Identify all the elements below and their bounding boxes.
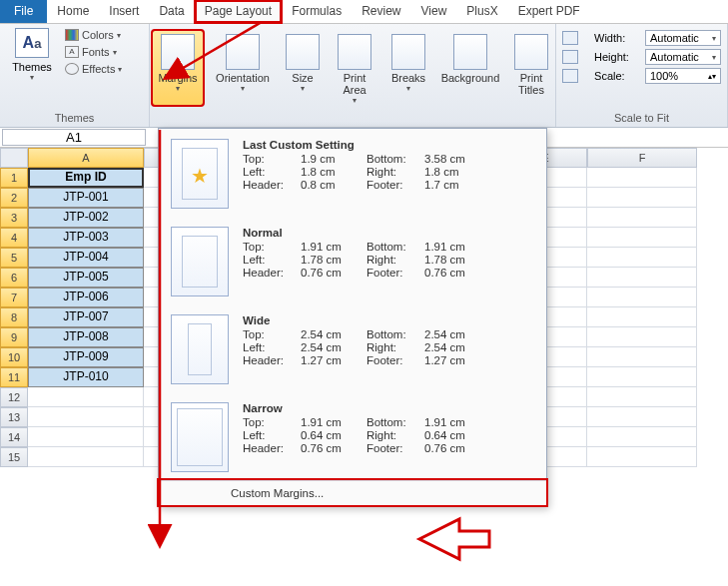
tab-page-layout[interactable]: Page Layout — [195, 0, 282, 23]
tab-home[interactable]: Home — [47, 0, 99, 23]
margins-preset-value: Footer: — [366, 179, 424, 191]
margins-preset-value: Header: — [243, 442, 301, 454]
cell[interactable] — [587, 168, 697, 188]
tab-insert[interactable]: Insert — [99, 0, 149, 23]
width-field[interactable]: Automatic▾ — [645, 30, 721, 46]
themes-button[interactable]: Aa Themes ▾ — [6, 28, 58, 82]
cell[interactable] — [587, 387, 697, 407]
margins-preset-value: Bottom: — [366, 153, 424, 165]
orientation-icon — [226, 34, 260, 70]
select-all-corner[interactable] — [0, 148, 28, 168]
row-header[interactable]: 13 — [0, 407, 28, 427]
margins-preset-value: 1.91 cm — [424, 416, 482, 428]
row-header[interactable]: 10 — [0, 347, 28, 367]
cell[interactable]: JTP-003 — [28, 228, 144, 248]
size-button[interactable]: Size ▾ — [282, 30, 324, 106]
tab-data[interactable]: Data — [149, 0, 194, 23]
cell[interactable]: JTP-008 — [28, 327, 144, 347]
tab-plusx[interactable]: PlusX — [456, 0, 507, 23]
margins-button[interactable]: Margins ▾ — [152, 30, 204, 106]
width-label: Width: — [594, 32, 639, 44]
margins-preset-value: 0.64 cm — [424, 429, 482, 441]
cell[interactable] — [28, 447, 144, 467]
row-header[interactable]: 8 — [0, 307, 28, 327]
cell[interactable] — [587, 307, 697, 327]
tab-view[interactable]: View — [411, 0, 457, 23]
scale-icon — [562, 69, 578, 83]
tab-review[interactable]: Review — [352, 0, 410, 23]
row-header[interactable]: 12 — [0, 387, 28, 407]
row-header[interactable]: 2 — [0, 188, 28, 208]
cell[interactable] — [587, 248, 697, 268]
themes-label: Themes — [12, 61, 52, 73]
row-header[interactable]: 7 — [0, 288, 28, 307]
tab-file[interactable]: File — [0, 0, 47, 23]
cell[interactable]: Emp ID — [28, 168, 144, 188]
print-titles-label: Print Titles — [518, 72, 544, 96]
tab-expert-pdf[interactable]: Expert PDF — [508, 0, 590, 23]
name-box[interactable]: A1 — [2, 129, 146, 146]
breaks-label: Breaks — [391, 72, 425, 84]
cell[interactable] — [587, 188, 697, 208]
margins-preset-value: 1.78 cm — [424, 254, 482, 266]
cell[interactable] — [28, 427, 144, 447]
row-header[interactable]: 5 — [0, 248, 28, 268]
background-label: Background — [441, 72, 500, 84]
margins-preset-value: Top: — [243, 153, 301, 165]
scale-field[interactable]: 100%▴▾ — [645, 68, 721, 84]
col-header-f[interactable]: F — [587, 148, 697, 168]
row-header[interactable]: 9 — [0, 327, 28, 347]
ribbon-tabs: File Home Insert Data Page Layout Formul… — [0, 0, 728, 24]
colors-button[interactable]: Colors▾ — [62, 28, 125, 42]
row-header[interactable]: 3 — [0, 208, 28, 228]
cell[interactable]: JTP-009 — [28, 347, 144, 367]
margins-preset-item[interactable]: Last Custom SettingTop:1.9 cmBottom:3.58… — [159, 129, 546, 217]
row-header[interactable]: 4 — [0, 228, 28, 248]
cell[interactable]: JTP-010 — [28, 367, 144, 387]
height-field[interactable]: Automatic▾ — [645, 49, 721, 65]
cell[interactable] — [587, 208, 697, 228]
cell[interactable] — [587, 327, 697, 347]
cell[interactable]: JTP-001 — [28, 188, 144, 208]
print-area-button[interactable]: Print Area ▾ — [332, 30, 377, 106]
cell[interactable] — [28, 387, 144, 407]
orientation-button[interactable]: Orientation ▾ — [212, 30, 274, 106]
row-header[interactable]: 6 — [0, 268, 28, 288]
margins-preset-item[interactable]: NormalTop:1.91 cmBottom:1.91 cmLeft:1.78… — [159, 217, 546, 304]
cell[interactable] — [587, 367, 697, 387]
row-header[interactable]: 11 — [0, 367, 28, 387]
cell[interactable] — [28, 407, 144, 427]
cell[interactable] — [587, 447, 697, 467]
cell[interactable] — [587, 407, 697, 427]
effects-button[interactable]: Effects▾ — [62, 62, 125, 76]
cell[interactable] — [587, 347, 697, 367]
margins-preset-value: Bottom: — [366, 328, 424, 340]
height-icon — [562, 50, 578, 64]
margins-preset-thumb-icon — [171, 227, 229, 296]
cell[interactable]: JTP-002 — [28, 208, 144, 228]
breaks-button[interactable]: Breaks ▾ — [385, 30, 431, 106]
cell[interactable]: JTP-006 — [28, 288, 144, 307]
themes-icon: Aa — [15, 28, 49, 58]
margins-preset-item[interactable]: WideTop:2.54 cmBottom:2.54 cmLeft:2.54 c… — [159, 304, 546, 392]
cell[interactable] — [587, 288, 697, 307]
cell[interactable] — [587, 228, 697, 248]
row-header[interactable]: 14 — [0, 427, 28, 447]
row-header[interactable]: 1 — [0, 168, 28, 188]
margins-icon — [161, 34, 195, 70]
col-header-a[interactable]: A — [28, 148, 144, 168]
background-icon — [453, 34, 487, 70]
custom-margins-item[interactable]: Custom Margins... — [159, 480, 546, 505]
cell[interactable] — [587, 427, 697, 447]
cell[interactable]: JTP-004 — [28, 248, 144, 268]
row-header[interactable]: 15 — [0, 447, 28, 467]
margins-preset-value: Right: — [366, 341, 424, 353]
fonts-button[interactable]: AFonts▾ — [62, 45, 125, 59]
background-button[interactable]: Background — [439, 30, 501, 106]
margins-preset-item[interactable]: NarrowTop:1.91 cmBottom:1.91 cmLeft:0.64… — [159, 392, 546, 480]
cell[interactable]: JTP-005 — [28, 268, 144, 288]
cell[interactable] — [587, 268, 697, 288]
cell[interactable]: JTP-007 — [28, 307, 144, 327]
tab-formulas[interactable]: Formulas — [282, 0, 352, 23]
print-titles-button[interactable]: Print Titles — [509, 30, 553, 106]
